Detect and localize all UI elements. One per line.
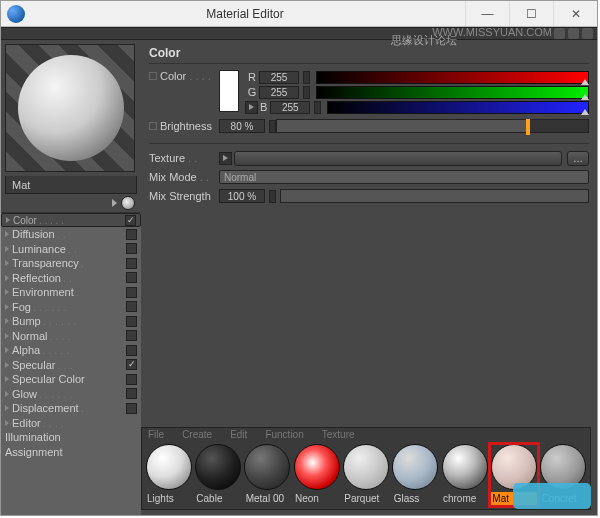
brightness-spinner[interactable] [269,120,276,133]
channel-specular-color[interactable]: Specular Color [1,372,141,387]
channel-specular[interactable]: Specular. . . [1,358,141,373]
preview-sphere [18,55,124,161]
r-slider[interactable] [316,71,589,84]
channel-environment[interactable]: Environment. [1,285,141,300]
expand-icon [5,246,9,252]
tool-icon[interactable] [568,28,579,39]
mixstrength-row: Mix Strength 100 % [149,188,589,204]
menu-create[interactable]: Create [182,429,212,441]
mixmode-select[interactable]: Normal [219,170,589,184]
channel-fog[interactable]: Fog. . . . . . [1,300,141,315]
play-icon[interactable] [112,199,117,207]
channel-color[interactable]: Color. . . . . [1,213,141,227]
app-icon [7,5,25,23]
left-panel: Mat Color. . . . . Diffusion. . Luminanc… [1,40,141,515]
texture-row: Texture. . … [149,150,589,166]
texture-slot[interactable] [234,151,562,166]
thumb-metal-00[interactable]: Metal 00 [244,444,291,506]
texture-menu-icon[interactable] [219,152,232,165]
channel-checkbox[interactable] [126,243,137,254]
browser-menu: FileCreateEditFunctionTexture [142,428,590,442]
thumb-sphere [244,444,290,490]
channel-checkbox[interactable] [126,374,137,385]
channel-checkbox[interactable] [126,345,137,356]
texture-label: Texture. . [149,152,219,164]
expand-icon [5,333,9,339]
lock-icon[interactable] [554,28,565,39]
b-slider[interactable] [327,101,589,114]
r-spinner[interactable] [303,71,310,84]
window-title: Material Editor [25,7,465,21]
thumb-neon[interactable]: Neon [293,444,340,506]
channel-reflection[interactable]: Reflection. . [1,271,141,286]
channel-checkbox[interactable] [125,215,136,226]
mixmode-label: Mix Mode. . [149,171,219,183]
material-preview[interactable] [5,44,135,172]
channel-glow[interactable]: Glow. . . . . . [1,387,141,402]
channel-illumination[interactable]: Illumination [1,430,141,445]
material-name-field[interactable]: Mat [5,176,137,194]
thumb-lights[interactable]: Lights [145,444,192,506]
brightness-slider[interactable] [276,119,589,133]
color-expand-icon[interactable] [245,101,258,114]
expand-icon [5,420,9,426]
channel-checkbox[interactable] [126,359,137,370]
close-button[interactable]: ✕ [553,1,597,26]
titlebar[interactable]: Material Editor — ☐ ✕ [1,1,597,27]
channel-assignment[interactable]: Assignment [1,445,141,460]
channel-checkbox[interactable] [126,301,137,312]
minimize-button[interactable]: — [465,1,509,26]
b-value[interactable]: 255 [270,101,310,114]
thumb-sphere [343,444,389,490]
channel-checkbox[interactable] [126,229,137,240]
expand-icon [5,362,9,368]
g-spinner[interactable] [303,86,310,99]
channel-normal[interactable]: Normal. . . . [1,329,141,344]
color-swatch[interactable] [219,70,239,112]
channel-checkbox[interactable] [126,316,137,327]
r-value[interactable]: 255 [259,71,299,84]
mixstrength-value[interactable]: 100 % [219,189,265,203]
expand-icon [5,376,9,382]
thumb-parquet[interactable]: Parquet [342,444,389,506]
channel-displacement[interactable]: Displacement. [1,401,141,416]
channel-checkbox[interactable] [126,258,137,269]
brightness-value[interactable]: 80 % [219,119,265,133]
menu-edit[interactable]: Edit [230,429,247,441]
menu-icon[interactable] [582,28,593,39]
channel-checkbox[interactable] [126,403,137,414]
channel-checkbox[interactable] [126,272,137,283]
b-spinner[interactable] [314,101,321,114]
target-icon[interactable] [121,196,135,210]
thumb-label: chrome [441,492,488,506]
mixstrength-slider[interactable] [280,189,589,203]
menu-texture[interactable]: Texture [322,429,355,441]
channel-checkbox[interactable] [126,330,137,341]
expand-icon [5,304,9,310]
channel-transparency[interactable]: Transparency. [1,256,141,271]
channel-alpha[interactable]: Alpha. . . . . [1,343,141,358]
thumb-glass[interactable]: Glass [392,444,439,506]
channel-bump[interactable]: Bump. . . . . . [1,314,141,329]
expand-icon [5,275,9,281]
channel-luminance[interactable]: Luminance. . [1,242,141,257]
menu-file[interactable]: File [148,429,164,441]
channel-list: Color. . . . . Diffusion. . Luminance. .… [1,212,141,515]
maximize-button[interactable]: ☐ [509,1,553,26]
channel-checkbox[interactable] [126,287,137,298]
menu-function[interactable]: Function [265,429,303,441]
g-slider[interactable] [316,86,589,99]
mixstrength-spinner[interactable] [269,190,276,203]
texture-browse-button[interactable]: … [567,151,589,166]
g-value[interactable]: 255 [259,86,299,99]
brightness-label: Brightness [149,120,219,132]
channel-editor[interactable]: Editor. . . . [1,416,141,431]
material-controls [1,194,141,212]
channel-checkbox[interactable] [126,388,137,399]
expand-icon [5,318,9,324]
thumb-sphere [195,444,241,490]
channel-diffusion[interactable]: Diffusion. . [1,227,141,242]
thumb-chrome[interactable]: chrome [441,444,488,506]
thumb-cable[interactable]: Cable [194,444,241,506]
color-row: Color. . . . R 255 G 255 [149,70,589,115]
